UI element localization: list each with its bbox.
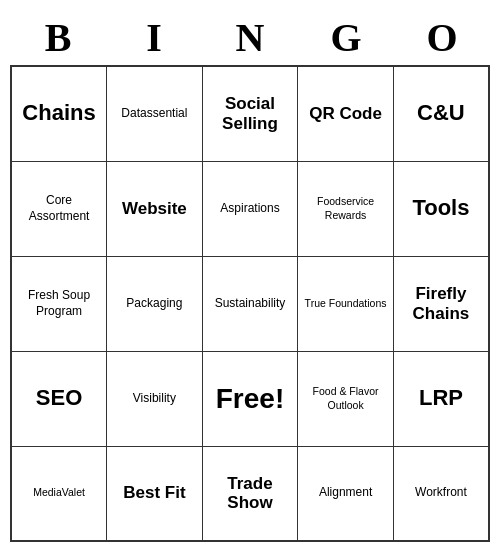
cell-label: Free!	[216, 383, 284, 415]
bingo-cell: Visibility	[107, 351, 203, 446]
cell-content: Foodservice Rewards	[302, 166, 389, 252]
bingo-cell: Workfront	[393, 446, 489, 541]
cell-label: Best Fit	[123, 483, 185, 503]
bingo-cell: Food & Flavor Outlook	[298, 351, 394, 446]
bingo-cell: LRP	[393, 351, 489, 446]
cell-label: SEO	[36, 386, 82, 410]
cell-content: Aspirations	[207, 166, 294, 252]
cell-content: SEO	[16, 356, 102, 442]
bingo-cell: Core Assortment	[11, 161, 107, 256]
cell-content: LRP	[398, 356, 484, 442]
cell-content: Best Fit	[111, 451, 198, 537]
cell-label: Workfront	[415, 485, 467, 501]
cell-label: Core Assortment	[16, 193, 102, 224]
bingo-cell: Chains	[11, 66, 107, 161]
bingo-cell: Packaging	[107, 256, 203, 351]
cell-label: QR Code	[309, 104, 382, 124]
cell-content: Visibility	[111, 356, 198, 442]
cell-content: Alignment	[302, 451, 389, 537]
cell-content: Social Selling	[207, 71, 294, 157]
cell-content: C&U	[398, 71, 484, 157]
cell-content: MediaValet	[16, 451, 102, 537]
cell-content: Sustainability	[207, 261, 294, 347]
header-letter: N	[202, 10, 298, 65]
bingo-cell: SEO	[11, 351, 107, 446]
bingo-cell: C&U	[393, 66, 489, 161]
cell-label: MediaValet	[33, 486, 85, 500]
bingo-cell: Best Fit	[107, 446, 203, 541]
cell-label: Alignment	[319, 485, 372, 501]
cell-label: Website	[122, 199, 187, 219]
cell-label: Packaging	[126, 296, 182, 312]
bingo-cell: Website	[107, 161, 203, 256]
bingo-cell: MediaValet	[11, 446, 107, 541]
cell-label: Trade Show	[207, 474, 294, 513]
cell-label: Food & Flavor Outlook	[302, 385, 389, 412]
header-letter: I	[106, 10, 202, 65]
cell-content: Tools	[398, 166, 484, 252]
table-row: Core AssortmentWebsiteAspirationsFoodser…	[11, 161, 489, 256]
bingo-cell: Sustainability	[202, 256, 298, 351]
cell-label: Chains	[22, 101, 95, 125]
bingo-cell: QR Code	[298, 66, 394, 161]
cell-label: Aspirations	[220, 201, 279, 217]
cell-label: Foodservice Rewards	[302, 195, 389, 222]
cell-content: Firefly Chains	[398, 261, 484, 347]
cell-content: Datassential	[111, 71, 198, 157]
bingo-cell: True Foundations	[298, 256, 394, 351]
cell-content: Trade Show	[207, 451, 294, 537]
bingo-cell: Social Selling	[202, 66, 298, 161]
cell-content: Core Assortment	[16, 166, 102, 252]
cell-label: Datassential	[121, 106, 187, 122]
cell-content: True Foundations	[302, 261, 389, 347]
cell-label: Tools	[412, 196, 469, 220]
table-row: MediaValetBest FitTrade ShowAlignmentWor…	[11, 446, 489, 541]
cell-content: Free!	[207, 356, 294, 442]
cell-label: LRP	[419, 386, 463, 410]
bingo-grid: ChainsDatassentialSocial SellingQR CodeC…	[10, 65, 490, 542]
bingo-cell: Firefly Chains	[393, 256, 489, 351]
cell-label: C&U	[417, 101, 465, 125]
cell-label: Visibility	[133, 391, 176, 407]
cell-label: Firefly Chains	[398, 284, 484, 323]
header-letter: B	[10, 10, 106, 65]
cell-label: True Foundations	[305, 297, 387, 311]
bingo-cell: Trade Show	[202, 446, 298, 541]
header-letter: G	[298, 10, 394, 65]
cell-content: Food & Flavor Outlook	[302, 356, 389, 442]
table-row: ChainsDatassentialSocial SellingQR CodeC…	[11, 66, 489, 161]
cell-label: Social Selling	[207, 94, 294, 133]
cell-content: Chains	[16, 71, 102, 157]
cell-label: Fresh Soup Program	[16, 288, 102, 319]
bingo-card: BINGO ChainsDatassentialSocial SellingQR…	[10, 10, 490, 542]
bingo-cell: Datassential	[107, 66, 203, 161]
cell-content: QR Code	[302, 71, 389, 157]
cell-label: Sustainability	[215, 296, 286, 312]
cell-content: Packaging	[111, 261, 198, 347]
cell-content: Website	[111, 166, 198, 252]
cell-content: Workfront	[398, 451, 484, 537]
bingo-cell: Foodservice Rewards	[298, 161, 394, 256]
bingo-cell: Alignment	[298, 446, 394, 541]
bingo-cell: Free!	[202, 351, 298, 446]
header-letter: O	[394, 10, 490, 65]
bingo-cell: Aspirations	[202, 161, 298, 256]
bingo-header: BINGO	[10, 10, 490, 65]
bingo-cell: Tools	[393, 161, 489, 256]
cell-content: Fresh Soup Program	[16, 261, 102, 347]
table-row: SEOVisibilityFree!Food & Flavor OutlookL…	[11, 351, 489, 446]
bingo-cell: Fresh Soup Program	[11, 256, 107, 351]
table-row: Fresh Soup ProgramPackagingSustainabilit…	[11, 256, 489, 351]
